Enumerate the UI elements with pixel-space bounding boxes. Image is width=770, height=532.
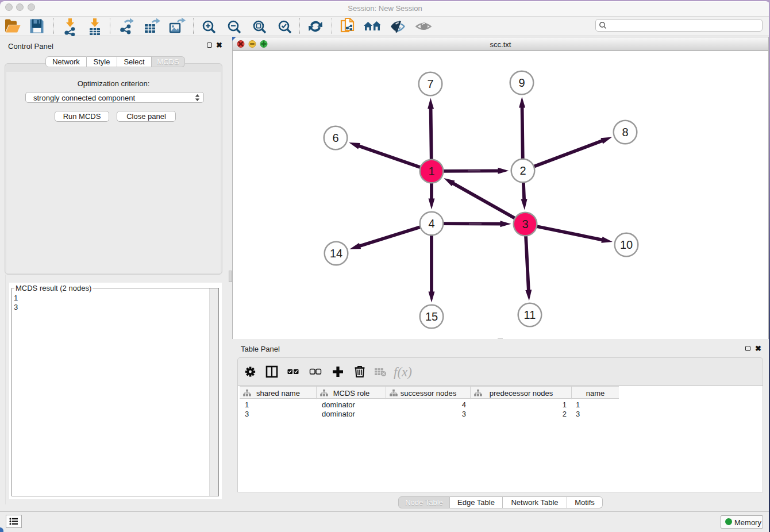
svg-text:7: 7 (427, 78, 433, 90)
svg-text:f(x): f(x) (394, 365, 412, 379)
svg-text:8: 8 (622, 126, 628, 138)
svg-text:11: 11 (524, 309, 536, 321)
svg-text:3: 3 (522, 218, 528, 230)
svg-text:6: 6 (332, 132, 338, 144)
svg-text:10: 10 (620, 238, 633, 251)
svg-text:9: 9 (518, 76, 525, 89)
svg-text:14: 14 (330, 247, 342, 260)
svg-text:4: 4 (428, 217, 434, 230)
svg-text:2: 2 (519, 164, 526, 177)
svg-text:1: 1 (428, 165, 434, 178)
svg-text:15: 15 (425, 310, 438, 323)
